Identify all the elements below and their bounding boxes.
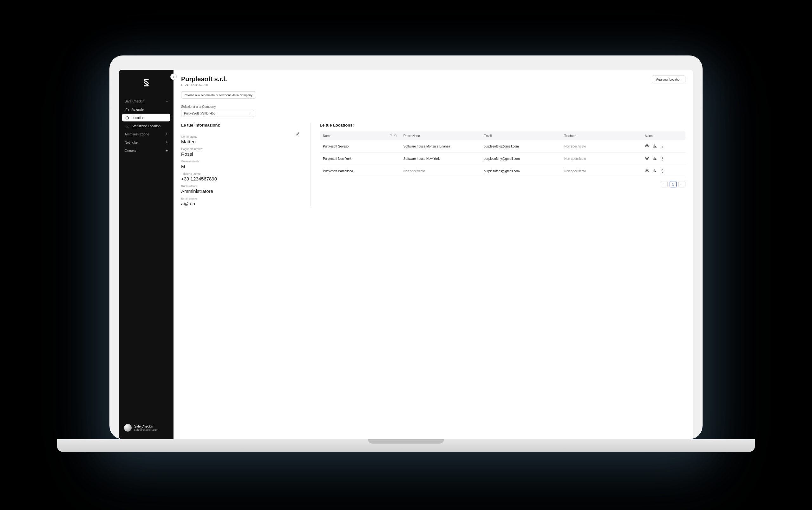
- cell-azioni: ⋮: [642, 164, 686, 177]
- add-location-button[interactable]: Aggiungi Location: [652, 76, 686, 83]
- search-icon[interactable]: [394, 134, 397, 138]
- page-next-button[interactable]: ›: [678, 181, 686, 187]
- main-content: Purplesoft s.r.l. P.IVA: 1234567890 Aggi…: [174, 70, 693, 439]
- sidebar-item-aziende[interactable]: Aziende: [122, 106, 170, 113]
- table-row: Purplesoft BarcellonaNon specificatopurp…: [320, 164, 686, 177]
- chevron-left-icon: ‹: [173, 75, 174, 79]
- pagination: ‹ 1 ›: [320, 181, 686, 187]
- eye-icon: [645, 156, 649, 161]
- chart-icon: [652, 144, 657, 149]
- table-row: Purplesoft New YorkSoftware house New Yo…: [320, 152, 686, 164]
- info-value: Rossi: [181, 151, 295, 157]
- back-button[interactable]: Ritorna alla schermata di selezione dell…: [181, 91, 256, 99]
- nav-group-amministrazione[interactable]: Amministrazione +: [122, 130, 170, 138]
- view-button[interactable]: [645, 169, 649, 173]
- stats-button[interactable]: [652, 156, 657, 161]
- chart-icon: [125, 124, 129, 128]
- dots-vertical-icon: ⋮: [660, 169, 665, 174]
- chart-icon: [652, 156, 657, 161]
- cell-nome: Purplesoft Seveso: [320, 140, 400, 153]
- plus-icon: +: [166, 140, 168, 145]
- cell-azioni: ⋮: [642, 152, 686, 164]
- cell-email: purplesoft.ny@gmail.com: [481, 152, 561, 164]
- nav-group-label: Notifiche: [125, 141, 138, 144]
- footer-user-email: safe@checkin.com: [134, 428, 158, 431]
- col-descrizione[interactable]: Descrizione: [400, 131, 481, 140]
- svg-point-1: [646, 145, 648, 147]
- cell-telefono: Non specificato: [561, 140, 642, 153]
- page-title: Purplesoft s.r.l.: [181, 76, 227, 83]
- stats-button[interactable]: [652, 144, 657, 148]
- dots-vertical-icon: ⋮: [660, 144, 665, 149]
- company-select-label: Seleziona una Company: [181, 105, 686, 109]
- home-icon: [125, 116, 129, 120]
- eye-icon: [645, 169, 649, 174]
- svg-point-3: [646, 170, 648, 171]
- col-nome[interactable]: Nome ⇅: [320, 131, 400, 140]
- nav-group-generale[interactable]: Generale +: [122, 147, 170, 155]
- sidebar-item-statistiche[interactable]: Statistiche Location: [122, 122, 170, 130]
- company-select[interactable]: PurpleSoft (VatID: 456) ⌄: [181, 110, 254, 117]
- info-label: Email utente: [181, 197, 295, 200]
- sidebar-collapse-button[interactable]: ‹: [170, 73, 177, 80]
- eye-icon: [645, 144, 649, 149]
- cell-azioni: ⋮: [642, 140, 686, 153]
- sidebar-footer: Safe Checkin safe@checkin.com: [122, 422, 170, 433]
- cell-email: purplesoft.io@gmail.com: [481, 140, 561, 153]
- footer-user-name: Safe Checkin: [134, 424, 158, 428]
- info-value: +39 1234567890: [181, 176, 295, 181]
- info-value: a@a.a: [181, 201, 295, 206]
- sidebar-item-label: Aziende: [132, 108, 144, 111]
- page-prev-button[interactable]: ‹: [661, 181, 668, 187]
- col-azioni[interactable]: Azioni: [642, 131, 686, 140]
- plus-icon: +: [166, 132, 168, 137]
- home-icon: [125, 108, 129, 111]
- sidebar: ‹ Safe Checkin − Aziende Location Statis…: [119, 70, 174, 439]
- view-button[interactable]: [645, 144, 649, 148]
- info-label: Genere utente: [181, 160, 295, 163]
- pencil-icon: [296, 131, 300, 136]
- edit-button[interactable]: [296, 131, 300, 137]
- cell-email: purplesoft.es@gmail.com: [481, 164, 561, 177]
- info-section-title: Le tue informazioni:: [181, 123, 295, 127]
- plus-icon: +: [166, 148, 168, 153]
- app-logo: [141, 78, 152, 88]
- col-telefono[interactable]: Telefono: [561, 131, 642, 140]
- info-value: Amministratore: [181, 188, 295, 194]
- row-menu-button[interactable]: ⋮: [660, 156, 665, 161]
- dots-vertical-icon: ⋮: [660, 156, 665, 161]
- cell-descrizione: Non specificato: [400, 164, 481, 177]
- info-label: Telefono utente: [181, 172, 295, 175]
- nav-group-notifiche[interactable]: Notifiche +: [122, 138, 170, 147]
- app-screen: ‹ Safe Checkin − Aziende Location Statis…: [119, 70, 693, 439]
- chevron-down-icon: ⌄: [249, 112, 251, 115]
- row-menu-button[interactable]: ⋮: [660, 144, 665, 148]
- nav-group-label: Safe Checkin: [125, 99, 144, 103]
- nav-group-label: Generale: [125, 149, 138, 153]
- stats-button[interactable]: [652, 169, 657, 173]
- cell-nome: Purplesoft New York: [320, 152, 400, 164]
- cell-descrizione: Software house Monza e Brianza: [400, 140, 481, 153]
- view-button[interactable]: [645, 156, 649, 161]
- info-value: Matteo: [181, 139, 295, 144]
- sidebar-item-label: Location: [132, 116, 144, 120]
- svg-point-2: [646, 158, 648, 159]
- locations-section-title: Le tue Locations:: [320, 123, 686, 127]
- page-number-button[interactable]: 1: [670, 181, 676, 187]
- chart-icon: [652, 169, 657, 174]
- nav-group-label: Amministrazione: [125, 132, 149, 136]
- sidebar-item-location[interactable]: Location: [122, 114, 170, 121]
- sort-icon[interactable]: ⇅: [390, 134, 393, 138]
- row-menu-button[interactable]: ⋮: [660, 169, 665, 173]
- col-email[interactable]: Email: [481, 131, 561, 140]
- nav-group-safe-checkin[interactable]: Safe Checkin −: [122, 97, 170, 105]
- column-divider: [311, 123, 311, 206]
- sidebar-item-label: Statistiche Location: [132, 124, 161, 128]
- company-select-value: PurpleSoft (VatID: 456): [184, 112, 216, 115]
- company-vat: P.IVA: 1234567890: [181, 83, 227, 87]
- cell-telefono: Non specificato: [561, 164, 642, 177]
- svg-point-0: [394, 134, 396, 136]
- info-label: Cognome utente: [181, 148, 295, 151]
- avatar[interactable]: [124, 424, 132, 432]
- info-value: M: [181, 164, 295, 169]
